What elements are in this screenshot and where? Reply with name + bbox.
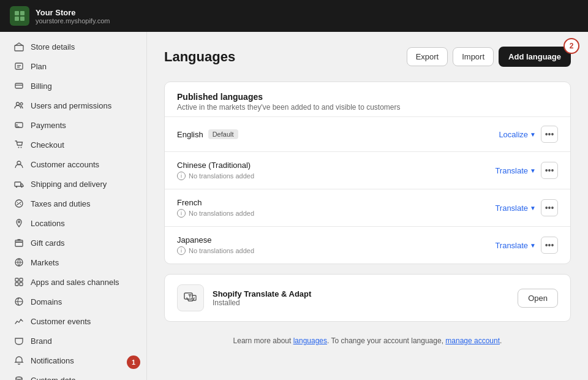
sidebar-item-brand[interactable]: Brand <box>4 331 143 351</box>
store-logo <box>10 6 29 26</box>
sidebar-item-notifications[interactable]: Notifications <box>4 351 143 370</box>
language-row-english: English Default Localize ▼ ••• <box>165 116 570 151</box>
badge-circle-2: 2 <box>564 38 579 54</box>
info-icon-japanese: i <box>177 246 186 255</box>
sidebar-item-gift-cards[interactable]: Gift cards <box>4 233 143 253</box>
sidebar-item-apps-sales-channels[interactable]: Apps and sales channels <box>4 272 143 292</box>
svg-point-14 <box>21 147 22 148</box>
sidebar-item-brand-label: Brand <box>31 336 133 346</box>
locations-icon <box>13 218 24 229</box>
main-layout: Store details Plan Billing Users and per… <box>0 32 588 380</box>
svg-point-11 <box>20 103 23 105</box>
customer-events-icon <box>13 316 24 327</box>
store-icon <box>13 41 24 52</box>
sidebar-item-customer-events-label: Customer events <box>31 317 133 326</box>
sidebar-item-domains[interactable]: Domains <box>4 292 143 311</box>
sidebar-item-markets[interactable]: Markets <box>4 253 143 272</box>
sidebar-item-billing-label: Billing <box>31 82 133 91</box>
sidebar-item-users-permissions[interactable]: Users and permissions <box>4 96 143 115</box>
sidebar-item-shipping-label: Shipping and delivery <box>31 180 133 189</box>
english-more-options-button[interactable]: ••• <box>541 126 558 143</box>
svg-rect-4 <box>15 45 23 51</box>
translate-app-card: Shopify Translate & Adapt Installed Open <box>164 274 571 322</box>
translate-app-status: Installed <box>213 298 518 307</box>
apps-icon <box>13 276 24 287</box>
add-language-button[interactable]: Add language <box>499 47 571 67</box>
lang-actions-chinese: Translate ▼ ••• <box>495 162 558 179</box>
svg-rect-2 <box>15 17 19 21</box>
svg-rect-25 <box>20 278 23 281</box>
svg-point-20 <box>18 221 20 223</box>
open-translate-app-button[interactable]: Open <box>518 289 558 308</box>
lang-info-french: French i No translations added <box>177 198 495 218</box>
page-title: Languages <box>164 49 407 65</box>
sidebar-item-domains-label: Domains <box>31 297 133 306</box>
top-bar: Your Store yourstore.myshopify.com <box>0 0 588 32</box>
lang-info-japanese: Japanese i No translations added <box>177 235 495 255</box>
chinese-more-options-button[interactable]: ••• <box>541 162 558 179</box>
sidebar-item-notifications-wrapper: Notifications 1 <box>0 351 146 370</box>
sidebar-item-plan-label: Plan <box>31 62 133 71</box>
sidebar-item-shipping-delivery[interactable]: Shipping and delivery <box>4 174 143 194</box>
card-title: Published languages <box>177 92 558 102</box>
taxes-icon <box>13 198 24 209</box>
lang-info-english: English Default <box>177 129 499 139</box>
svg-rect-24 <box>15 278 18 281</box>
page-header: Languages Export Import Add language 2 <box>164 47 571 67</box>
payments-icon <box>13 120 24 131</box>
customer-accounts-icon <box>13 159 24 170</box>
sidebar-item-taxes-duties[interactable]: Taxes and duties <box>4 194 143 213</box>
sidebar-item-customer-events[interactable]: Customer events <box>4 311 143 331</box>
store-name: Your Store <box>36 8 110 17</box>
languages-link[interactable]: languages <box>293 336 327 345</box>
translate-app-icon-box <box>177 284 204 311</box>
billing-icon <box>13 80 24 91</box>
main-content: Languages Export Import Add language 2 P… <box>147 32 588 380</box>
import-button[interactable]: Import <box>453 47 494 66</box>
svg-rect-5 <box>15 63 23 69</box>
sidebar-item-apps-label: Apps and sales channels <box>31 278 133 287</box>
japanese-more-options-button[interactable]: ••• <box>541 237 558 254</box>
manage-account-link[interactable]: manage account <box>445 336 500 345</box>
checkout-icon <box>13 139 24 150</box>
sidebar-item-checkout[interactable]: Checkout <box>4 135 143 154</box>
translate-chinese-button[interactable]: Translate ▼ <box>495 166 536 175</box>
card-header: Published languages Active in the market… <box>165 82 570 116</box>
sidebar-item-store-details[interactable]: Store details <box>4 37 143 56</box>
sidebar-item-notifications-label: Notifications <box>31 356 133 365</box>
sidebar-item-locations[interactable]: Locations <box>4 213 143 233</box>
translate-french-button[interactable]: Translate ▼ <box>495 203 536 213</box>
users-icon <box>13 100 24 111</box>
sidebar-item-locations-label: Locations <box>31 219 133 228</box>
language-row-chinese: Chinese (Traditional) i No translations … <box>165 151 570 189</box>
sidebar-item-customer-accounts[interactable]: Customer accounts <box>4 154 143 174</box>
footer-note: Learn more about languages. To change yo… <box>164 332 571 350</box>
card-subtitle: Active in the markets they've been added… <box>177 103 558 112</box>
french-more-options-button[interactable]: ••• <box>541 199 558 216</box>
notifications-icon <box>13 355 24 366</box>
language-row-french: French i No translations added Translate… <box>165 189 570 226</box>
svg-rect-26 <box>15 283 18 286</box>
svg-point-29 <box>16 377 22 379</box>
sidebar-item-custom-data[interactable]: Custom data <box>4 370 143 380</box>
sidebar-item-store-details-label: Store details <box>31 42 133 51</box>
store-info: Your Store yourstore.myshopify.com <box>36 8 110 25</box>
sidebar-item-payments[interactable]: Payments <box>4 115 143 135</box>
lang-name-french: French <box>177 198 495 207</box>
markets-icon <box>13 257 24 268</box>
translate-chinese-chevron-icon: ▼ <box>530 167 536 174</box>
sidebar-item-billing[interactable]: Billing <box>4 76 143 96</box>
export-button[interactable]: Export <box>407 47 448 66</box>
sidebar-item-plan[interactable]: Plan <box>4 56 143 76</box>
svg-rect-31 <box>184 293 192 299</box>
svg-point-17 <box>16 186 17 188</box>
translate-japanese-chevron-icon: ▼ <box>530 242 536 249</box>
localize-button[interactable]: Localize ▼ <box>499 130 536 139</box>
brand-icon <box>13 335 24 346</box>
store-url: yourstore.myshopify.com <box>36 17 110 25</box>
info-icon-french: i <box>177 209 186 218</box>
plan-icon <box>13 61 24 72</box>
lang-sub-french: i No translations added <box>177 209 495 218</box>
svg-point-13 <box>18 147 20 148</box>
translate-japanese-button[interactable]: Translate ▼ <box>495 241 536 250</box>
